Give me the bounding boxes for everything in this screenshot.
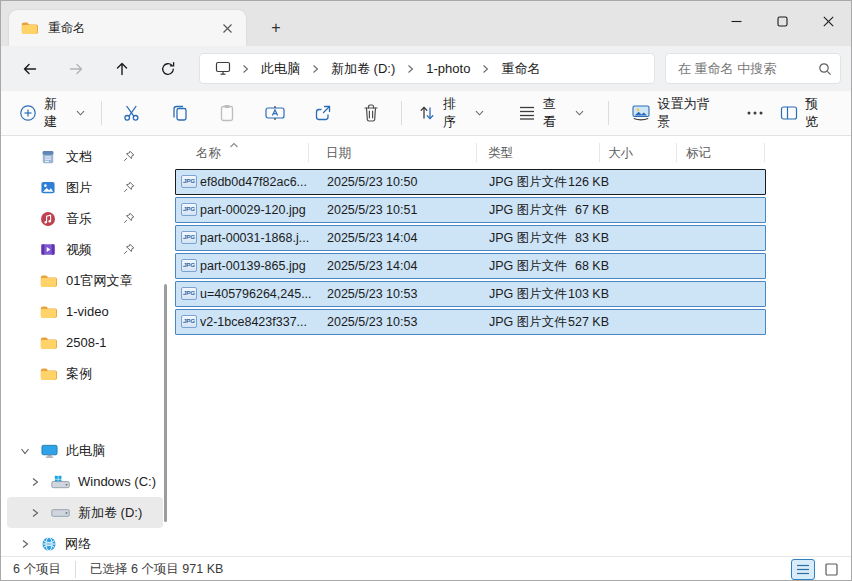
sidebar-item-2508-1[interactable]: 2508-1 xyxy=(7,327,163,358)
column-divider[interactable] xyxy=(676,143,677,162)
large-icons-view-button[interactable] xyxy=(819,559,843,580)
documents-icon xyxy=(39,149,57,165)
sidebar-item-1-video[interactable]: 1-video xyxy=(7,296,163,327)
tree-item-网络[interactable]: 网络 xyxy=(7,528,163,559)
tree-item-新加卷 (D:)[interactable]: 新加卷 (D:) xyxy=(7,497,163,528)
minimize-button[interactable] xyxy=(713,1,759,41)
share-button[interactable] xyxy=(301,96,345,130)
sidebar-item-图片[interactable]: 图片 xyxy=(7,172,163,203)
refresh-button[interactable] xyxy=(151,53,185,85)
scissors-icon xyxy=(122,103,142,123)
close-button[interactable] xyxy=(805,1,851,41)
file-date: 2025/5/23 14:04 xyxy=(327,254,417,278)
sort-arrows-icon xyxy=(418,104,436,122)
tab-close-icon[interactable] xyxy=(216,17,238,39)
forward-button[interactable] xyxy=(59,53,93,85)
column-header-name[interactable]: 名称 xyxy=(196,145,221,162)
sort-button[interactable]: 排序 xyxy=(410,96,492,130)
cut-button[interactable] xyxy=(110,96,154,130)
breadcrumb-rename-folder[interactable]: 重命名 xyxy=(495,58,546,80)
breadcrumb-drive-d[interactable]: 新加卷 (D:) xyxy=(325,58,401,80)
column-header-date[interactable]: 日期 xyxy=(326,145,351,162)
main-area: 文档 图片 音乐 视频 01官网文章 1-video xyxy=(1,136,851,556)
column-headers: 名称 日期 类型 大小 标记 xyxy=(169,136,851,169)
sidebar-item-案例[interactable]: 案例 xyxy=(7,358,163,389)
file-row[interactable]: JPG part-00139-865.jpg 2025/5/23 14:04 J… xyxy=(175,253,766,279)
sort-button-label: 排序 xyxy=(443,95,469,131)
sidebar-item-label: 01官网文章 xyxy=(66,272,132,290)
pin-icon xyxy=(123,181,135,196)
details-view-button[interactable] xyxy=(791,559,815,580)
column-divider[interactable] xyxy=(476,143,477,162)
toolbar-divider xyxy=(401,101,402,125)
column-divider[interactable] xyxy=(764,143,765,162)
sidebar-item-label: 1-video xyxy=(66,304,109,319)
window-controls xyxy=(713,1,851,41)
sidebar-item-01官网文章[interactable]: 01官网文章 xyxy=(7,265,163,296)
tree-item-Windows (C:)[interactable]: Windows (C:) xyxy=(7,466,163,497)
new-button[interactable]: 新建 xyxy=(11,96,93,130)
column-header-tags[interactable]: 标记 xyxy=(686,145,711,162)
jpg-file-icon: JPG xyxy=(181,287,197,300)
tree-item-label: 此电脑 xyxy=(66,442,105,460)
pin-icon xyxy=(123,243,135,258)
file-row[interactable]: JPG ef8db0d47f82ac6... 2025/5/23 10:50 J… xyxy=(175,169,766,195)
set-as-background-button[interactable]: 设置为背景 xyxy=(623,96,731,130)
chevron-down-icon xyxy=(19,446,31,456)
delete-button[interactable] xyxy=(349,96,393,130)
search-input[interactable] xyxy=(678,61,818,76)
back-button[interactable] xyxy=(13,53,47,85)
file-row[interactable]: JPG part-00031-1868.j... 2025/5/23 14:04… xyxy=(175,225,766,251)
file-date: 2025/5/23 10:53 xyxy=(327,310,417,334)
folder-icon xyxy=(39,274,57,288)
maximize-button[interactable] xyxy=(759,1,805,41)
chevron-right-icon xyxy=(306,64,325,74)
column-divider[interactable] xyxy=(308,143,309,162)
folder-icon xyxy=(39,367,57,381)
search-icon[interactable] xyxy=(818,62,832,76)
view-button[interactable]: 查看 xyxy=(510,96,592,130)
clipboard-icon xyxy=(217,103,237,123)
monitor-icon xyxy=(210,61,236,76)
file-row[interactable]: JPG u=405796264,245... 2025/5/23 10:53 J… xyxy=(175,281,766,307)
sidebar-item-音乐[interactable]: 音乐 xyxy=(7,203,163,234)
sidebar-scrollbar[interactable] xyxy=(164,284,167,522)
navigation-tree: 此电脑 Windows (C:) 新加卷 (D:) 网络 xyxy=(1,435,169,559)
view-toggle-group xyxy=(791,559,843,580)
this-pc-icon xyxy=(41,443,58,459)
breadcrumb[interactable]: 此电脑 新加卷 (D:) 1-photo 重命名 xyxy=(199,53,655,84)
column-header-size[interactable]: 大小 xyxy=(608,145,633,162)
tree-item-label: Windows (C:) xyxy=(78,474,156,489)
copy-button[interactable] xyxy=(158,96,202,130)
sidebar-item-文档[interactable]: 文档 xyxy=(7,141,163,172)
sidebar-item-视频[interactable]: 视频 xyxy=(7,234,163,265)
explorer-tab[interactable]: 重命名 xyxy=(9,10,246,46)
column-header-type[interactable]: 类型 xyxy=(488,145,513,162)
up-button[interactable] xyxy=(105,53,139,85)
navigation-bar: 此电脑 新加卷 (D:) 1-photo 重命名 xyxy=(1,46,851,91)
chevron-right-icon xyxy=(29,477,41,487)
file-size: 126 KB xyxy=(529,170,609,194)
column-divider[interactable] xyxy=(599,143,600,162)
rename-button[interactable] xyxy=(253,96,297,130)
new-tab-button[interactable]: + xyxy=(263,15,289,41)
music-icon xyxy=(39,211,57,227)
tree-item-label: 网络 xyxy=(65,535,91,553)
videos-icon xyxy=(39,242,57,257)
more-options-button[interactable] xyxy=(738,96,772,130)
file-row[interactable]: JPG part-00029-120.jpg 2025/5/23 10:51 J… xyxy=(175,197,766,223)
trash-icon xyxy=(362,103,380,123)
sidebar-item-label: 案例 xyxy=(66,365,92,383)
tree-item-此电脑[interactable]: 此电脑 xyxy=(7,435,163,466)
file-size: 68 KB xyxy=(529,254,609,278)
chevron-right-icon xyxy=(401,64,420,74)
preview-button-label: 预览 xyxy=(805,95,831,131)
pin-icon xyxy=(123,150,135,165)
file-row[interactable]: JPG v2-1bce8423f337... 2025/5/23 10:53 J… xyxy=(175,309,766,335)
preview-button[interactable]: 预览 xyxy=(772,96,839,130)
paste-button[interactable] xyxy=(206,96,250,130)
breadcrumb-1-photo[interactable]: 1-photo xyxy=(420,59,476,78)
set-as-background-label: 设置为背景 xyxy=(658,95,723,131)
file-date: 2025/5/23 10:51 xyxy=(327,198,417,222)
breadcrumb-this-pc[interactable]: 此电脑 xyxy=(255,58,306,80)
